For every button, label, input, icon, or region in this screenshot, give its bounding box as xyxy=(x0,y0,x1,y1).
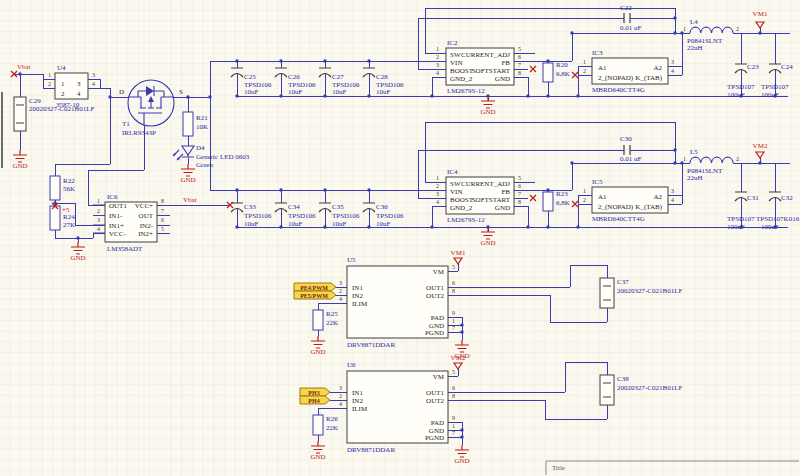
text-irlr9343p: IRLR9343P xyxy=(122,129,156,137)
text-3-5: 3 xyxy=(436,191,439,197)
connector-c29[interactable] xyxy=(14,97,26,131)
text-8: 8 xyxy=(161,198,164,204)
schematic-sheet: Title C2920020327-C021B01LFU43587-10T1IR… xyxy=(0,0,800,476)
text-9-2: 9 xyxy=(452,415,455,421)
text-tpsd106-5: TPSD106 xyxy=(244,212,272,220)
text-pgnd: PGND xyxy=(425,329,444,337)
text-a2: A2 xyxy=(653,64,662,72)
text-lm358adt: LM358ADT xyxy=(107,245,143,253)
text-3-9: 3 xyxy=(339,385,342,391)
text-tpsd107k016: TPSD107K016 xyxy=(756,215,800,223)
text-gnd-9: GND xyxy=(454,457,469,465)
resistor-r26[interactable] xyxy=(313,415,323,435)
text-pad: PAD xyxy=(431,314,444,322)
text-2-7: 2 xyxy=(583,197,586,203)
text-2-5: 2 xyxy=(436,183,439,189)
text-2-4: 2 xyxy=(436,54,439,60)
connector-c38[interactable] xyxy=(600,375,614,405)
text-in1: IN1- xyxy=(109,212,123,220)
text-gnd-6: GND xyxy=(310,348,325,356)
text-in2-2: IN2+ xyxy=(138,230,153,238)
jumper-u4[interactable] xyxy=(55,73,88,99)
text-l4: L4 xyxy=(690,18,698,26)
text-out1-2: OUT1 xyxy=(426,284,444,292)
text-vm1: VM1 xyxy=(753,10,768,18)
text-6-8k: 6,8K xyxy=(556,70,570,78)
text-fb-2: FB xyxy=(501,188,510,196)
resistor-r20[interactable] xyxy=(543,63,553,82)
text-vbat-2: Vbat xyxy=(183,196,197,204)
text-boost: BOOST xyxy=(450,67,474,75)
schematic-canvas[interactable]: Title C2920020327-C021B01LFU43587-10T1IR… xyxy=(0,0,800,476)
text-u5: U5 xyxy=(347,256,356,264)
text-4-6: 4 xyxy=(671,68,674,74)
text-22k-2: 22K xyxy=(326,424,338,432)
text-boost-2: BOOST xyxy=(450,196,474,204)
text-c23: C23 xyxy=(747,63,759,71)
text-l5: L5 xyxy=(690,148,698,156)
text-k-tab: K_(TAB) xyxy=(635,74,662,82)
text-ic6: IC6 xyxy=(107,193,118,201)
text-c33: C33 xyxy=(244,203,256,211)
text-1-6: 1 xyxy=(583,59,586,65)
text-7-5: 7 xyxy=(452,430,455,436)
text-r26: R26 xyxy=(326,415,338,423)
text-ic2: IC2 xyxy=(447,39,458,47)
text-vm: VM xyxy=(433,268,445,276)
text-1-9: 1 xyxy=(683,156,686,162)
text-10uf-6: 10uF xyxy=(288,220,303,228)
text-5-4: 5 xyxy=(518,175,521,181)
text-d: D xyxy=(119,88,124,96)
text-20020327-c021b01lf-3: 20020327-C021B01LF xyxy=(617,384,682,392)
text-100uf-4: 100uF xyxy=(761,223,779,231)
text-lm2679s-12-2: LM2679S-12 xyxy=(447,216,485,224)
text-in1-2: IN1+ xyxy=(109,222,124,230)
text-r21: R21 xyxy=(196,114,208,122)
text-2-11: 2 xyxy=(339,393,342,399)
text-ic5: IC5 xyxy=(592,178,603,186)
text-10uf-3: 10uF xyxy=(332,88,347,96)
text-mbrd640ctt4g-2: MBRD640CTT4G xyxy=(592,215,645,223)
text-1-10: 1 xyxy=(452,318,455,324)
text-r20: R20 xyxy=(556,61,568,69)
text-4-3: 4 xyxy=(97,226,100,232)
text-c34: C34 xyxy=(288,203,300,211)
text-c38: C38 xyxy=(617,375,629,383)
text-8-5: 8 xyxy=(452,393,455,399)
text-vin-2: VIN xyxy=(450,188,462,196)
text-10k: 10K xyxy=(196,123,208,131)
text-vbat: Vbat xyxy=(17,63,31,71)
text-0-01-uf-2: 0.01 uF xyxy=(620,155,642,163)
text-4-8: 4 xyxy=(339,296,342,302)
text-drv8871ddar-2: DRV8871DDAR xyxy=(347,446,395,454)
text-ph3: PH3 xyxy=(308,390,319,396)
text-3-2: 3 xyxy=(92,72,95,78)
text-ph4: PH4 xyxy=(308,398,319,404)
resistor-r21[interactable] xyxy=(183,112,193,136)
text-out2: OUT2 xyxy=(426,292,444,300)
text-4: 4 xyxy=(77,90,81,98)
text-c25: C25 xyxy=(244,73,256,81)
resistor-r22[interactable] xyxy=(50,176,60,200)
text-c27: C27 xyxy=(332,73,344,81)
connector-c37[interactable] xyxy=(600,278,614,308)
text-tpsd107-3: TPSD107 xyxy=(727,215,755,223)
text-in1-4: IN1 xyxy=(352,389,363,397)
text-2-nopad-2: 2_(NOPAD) xyxy=(598,203,634,211)
text-3-3: 3 xyxy=(97,217,100,223)
text-4-7: 4 xyxy=(671,197,674,203)
text-2-10: 2 xyxy=(339,288,342,294)
text-3-4: 3 xyxy=(436,62,439,68)
text-t1: T1 xyxy=(122,120,130,128)
resistor-r23[interactable] xyxy=(543,192,553,211)
text-4-2: 4 xyxy=(92,81,95,87)
resistor-r24[interactable] xyxy=(50,206,60,230)
text-green: Green xyxy=(196,161,214,169)
text-100uf-2: 100uF xyxy=(761,91,779,99)
text-ilim: ILIM xyxy=(352,300,368,308)
text-sw: SW xyxy=(450,51,461,59)
text-in2-4: IN2 xyxy=(352,397,363,405)
text-gnd-2: GND xyxy=(180,176,195,184)
text-gnd-11: GND xyxy=(495,204,510,212)
resistor-r25[interactable] xyxy=(313,310,323,330)
